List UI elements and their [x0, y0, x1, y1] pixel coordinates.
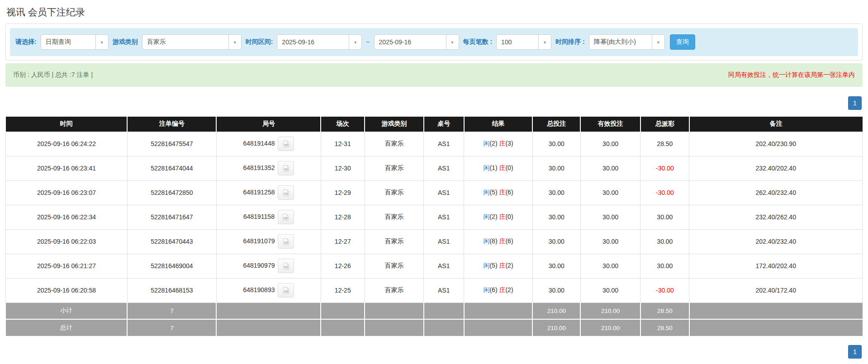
- page-size-label: 每页笔数 :: [463, 38, 493, 46]
- player-result-label: 闲: [483, 189, 489, 196]
- summary-count-cell: 7: [127, 319, 216, 336]
- bet-id-cell: 522816472850: [127, 180, 216, 205]
- game-type-cell: 百家乐: [365, 205, 424, 229]
- page-size-value: 100: [497, 35, 538, 49]
- total-bet-link[interactable]: 30.00: [532, 254, 580, 278]
- chevron-down-icon[interactable]: ▾: [538, 35, 551, 49]
- payout-cell: -30.00: [640, 180, 689, 205]
- query-type-select[interactable]: 日期查询 ▾: [41, 34, 109, 50]
- column-header: 总派彩: [640, 117, 689, 132]
- empty-cell: [689, 319, 863, 336]
- page-1-button[interactable]: 1: [848, 345, 862, 359]
- summary-row: 总计 7 210.00 210.00 28.50: [6, 319, 863, 336]
- round-cell: 648191079: [216, 229, 321, 254]
- game-type-cell: 百家乐: [365, 132, 424, 156]
- player-result-label: 闲: [483, 286, 489, 293]
- round-cell: 648191158: [216, 205, 321, 229]
- video-record-icon: [282, 213, 289, 221]
- empty-cell: [321, 303, 365, 319]
- banker-result-value: (6): [505, 237, 513, 245]
- date-to-select[interactable]: 2025-09-16 ▾: [374, 34, 459, 50]
- date-range-separator: ~: [366, 38, 370, 46]
- video-record-button[interactable]: [278, 283, 294, 298]
- banker-result-label: 庄: [499, 213, 505, 220]
- video-record-button[interactable]: [278, 234, 294, 249]
- table-head: 时间注单编号局号场次游戏类别桌号结果总投注有效投注总派彩备注: [6, 117, 863, 132]
- empty-cell: [365, 303, 424, 319]
- game-type-cell: 百家乐: [365, 278, 424, 303]
- column-header: 备注: [689, 117, 863, 132]
- banker-result-label: 庄: [499, 140, 505, 147]
- round-id: 648191258: [243, 189, 275, 196]
- page-size-select[interactable]: 100 ▾: [496, 34, 551, 50]
- page: 视讯 会员下注纪录 请选择: 日期查询 ▾ 游戏类别 百家乐 ▾ 时间区间: 2…: [0, 0, 868, 359]
- date-from-select[interactable]: 2025-09-16 ▾: [277, 34, 362, 50]
- total-bet-link[interactable]: 30.00: [532, 156, 580, 180]
- game-type-value: 百家乐: [142, 35, 228, 49]
- video-record-button[interactable]: [278, 161, 294, 175]
- video-record-button[interactable]: [278, 185, 294, 200]
- total-bet-link[interactable]: 30.00: [532, 278, 580, 303]
- total-bet-link[interactable]: 30.00: [532, 205, 580, 229]
- video-record-button[interactable]: [278, 259, 294, 273]
- round-id: 648190979: [243, 262, 275, 269]
- total-bet-link[interactable]: 30.00: [532, 132, 580, 156]
- page-1-button[interactable]: 1: [848, 96, 862, 110]
- column-header: 场次: [321, 117, 365, 132]
- valid-bet-cell: 30.00: [580, 180, 640, 205]
- result-cell: 闲(6) 庄(2): [464, 278, 533, 303]
- summary-total-bet-cell: 210.00: [532, 303, 580, 319]
- result-cell: 闲(8) 庄(6): [464, 229, 533, 254]
- filter-bar: 请选择: 日期查询 ▾ 游戏类别 百家乐 ▾ 时间区间: 2025-09-16 …: [10, 28, 858, 56]
- table-body: 2025-09-16 06:24:22 522816475547 6481914…: [6, 132, 863, 303]
- player-result-value: (5): [489, 262, 497, 269]
- time-range-label: 时间区间:: [246, 38, 273, 46]
- round-id: 648191352: [243, 164, 275, 171]
- game-type-cell: 百家乐: [365, 254, 424, 278]
- player-result-value: (2): [489, 213, 497, 220]
- game-type-cell: 百家乐: [365, 180, 424, 205]
- search-button[interactable]: 查询: [670, 34, 695, 50]
- video-record-icon: [282, 287, 290, 294]
- remark-cell: 202.40/230.90: [689, 132, 863, 156]
- player-result-value: (6): [489, 286, 497, 293]
- round-cell: 648191258: [216, 180, 321, 205]
- chevron-down-icon[interactable]: ▾: [446, 35, 459, 49]
- date-from-value: 2025-09-16: [277, 35, 349, 49]
- round-id: 648191448: [243, 140, 275, 147]
- round-cell: 648190893: [216, 278, 321, 303]
- table-footer: 小计 7 210.00 210.00 28.50 总计 7 210.00 210…: [6, 303, 863, 336]
- time-sort-select[interactable]: 降幂(由大到小) ▾: [589, 34, 665, 50]
- video-record-icon: [282, 140, 290, 148]
- video-record-button[interactable]: [278, 210, 294, 224]
- player-result-value: (1): [489, 164, 497, 171]
- column-header: 游戏类别: [365, 117, 424, 132]
- round-id: 648191079: [243, 237, 275, 245]
- pagination-bottom: 1: [5, 345, 863, 359]
- total-bet-link[interactable]: 30.00: [532, 229, 580, 254]
- chevron-down-icon[interactable]: ▾: [95, 35, 108, 49]
- valid-bet-cell: 30.00: [580, 156, 640, 180]
- filter-panel: 请选择: 日期查询 ▾ 游戏类别 百家乐 ▾ 时间区间: 2025-09-16 …: [5, 24, 863, 61]
- payout-cell: 28.50: [640, 132, 689, 156]
- total-bet-link[interactable]: 30.00: [532, 180, 580, 205]
- player-result-value: (5): [489, 189, 497, 196]
- time-sort-label: 时间排序 :: [555, 38, 585, 46]
- result-cell: 闲(2) 庄(0): [464, 205, 533, 229]
- remark-cell: 202.40/232.40: [689, 229, 863, 254]
- game-type-cell: 百家乐: [365, 156, 424, 180]
- session-cell: 12-26: [321, 254, 365, 278]
- video-record-icon: [282, 165, 290, 172]
- chevron-down-icon[interactable]: ▾: [228, 35, 241, 49]
- summary-row-label: 总计: [6, 319, 128, 336]
- session-cell: 12-31: [321, 132, 365, 156]
- table-header-row: 时间注单编号局号场次游戏类别桌号结果总投注有效投注总派彩备注: [6, 117, 863, 132]
- video-record-button[interactable]: [278, 137, 294, 151]
- chevron-down-icon[interactable]: ▾: [652, 35, 664, 49]
- game-type-select[interactable]: 百家乐 ▾: [142, 34, 242, 50]
- banker-result-label: 庄: [499, 189, 505, 196]
- chevron-down-icon[interactable]: ▾: [349, 35, 361, 49]
- remark-cell: 232.40/262.40: [689, 205, 863, 229]
- session-cell: 12-29: [321, 180, 365, 205]
- column-header: 结果: [464, 117, 533, 132]
